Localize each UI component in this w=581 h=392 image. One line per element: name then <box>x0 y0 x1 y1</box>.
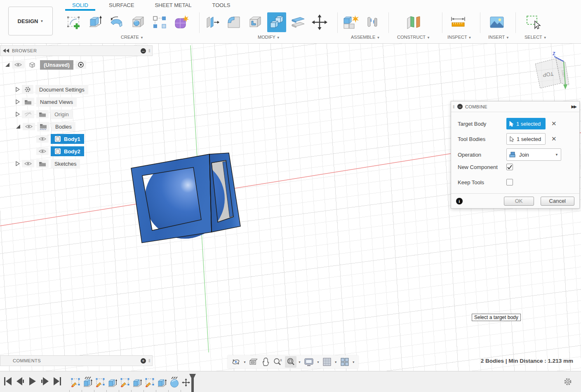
rectangular-pattern-icon[interactable] <box>150 12 169 32</box>
timeline-settings-gear-icon[interactable] <box>564 378 572 387</box>
minimize-dialog-icon[interactable]: – <box>457 104 463 109</box>
timeline-move-feature[interactable] <box>182 377 189 387</box>
tree-item-label[interactable]: Bodies <box>52 122 75 131</box>
combine-dialog-header[interactable]: ‖ – COMBINE ▶▶ <box>451 101 579 112</box>
operation-dropdown[interactable]: Join ▼ <box>506 148 561 161</box>
step-back-button[interactable] <box>16 376 25 388</box>
grid-dropdown-caret[interactable]: ▼ <box>334 361 338 364</box>
measure-icon[interactable] <box>449 12 468 32</box>
timeline-extrude-feature[interactable] <box>82 377 93 387</box>
visibility-eye-icon[interactable] <box>22 160 34 167</box>
grid-snaps-button[interactable] <box>321 356 333 368</box>
extrude-icon[interactable] <box>86 12 105 32</box>
timeline-sketch-feature[interactable] <box>120 377 130 387</box>
tab-tools[interactable]: TOOLS <box>202 0 241 11</box>
split-body-icon[interactable] <box>289 12 308 32</box>
zoom-button[interactable]: ± <box>272 356 284 368</box>
revolve-icon[interactable] <box>107 12 126 32</box>
expand-arrow-icon[interactable] <box>5 62 10 67</box>
tab-surface[interactable]: SURFACE <box>99 0 144 11</box>
timeline-sketch-feature[interactable] <box>95 377 106 387</box>
timeline-sketch-feature[interactable] <box>70 377 81 387</box>
body-item[interactable]: Body2 <box>51 146 84 156</box>
shell-icon[interactable] <box>246 12 265 32</box>
inspect-dropdown[interactable]: INSPECT ▼ <box>447 35 471 40</box>
dialog-grip[interactable]: ‖ <box>453 104 455 109</box>
go-to-start-button[interactable] <box>3 376 12 388</box>
expand-arrow-icon[interactable] <box>16 124 21 129</box>
model-bodies[interactable] <box>131 153 240 243</box>
select-icon[interactable] <box>524 12 543 32</box>
ok-button[interactable]: OK <box>504 197 534 206</box>
display-settings-button[interactable] <box>303 356 315 368</box>
collapsed-arrow-icon[interactable] <box>16 99 20 104</box>
combine-icon[interactable] <box>267 12 286 32</box>
browser-grip[interactable]: ‖ <box>148 48 151 53</box>
go-to-end-button[interactable] <box>53 376 62 388</box>
visibility-eye-icon[interactable] <box>36 135 49 143</box>
timeline-extrude-feature[interactable] <box>157 377 167 387</box>
orbit-dropdown-caret[interactable]: ▼ <box>242 361 247 364</box>
comments-grip[interactable]: ‖ <box>148 358 151 363</box>
keep-tools-checkbox[interactable] <box>506 179 513 185</box>
insert-dropdown[interactable]: INSERT ▼ <box>488 35 509 40</box>
tab-sheet-metal[interactable]: SHEET METAL <box>144 0 202 11</box>
create-form-icon[interactable] <box>172 12 191 32</box>
window-zoom-button[interactable] <box>285 356 296 368</box>
view-cube[interactable]: TOP LEFT Z <box>535 51 569 89</box>
collapsed-arrow-icon[interactable] <box>16 161 20 166</box>
window-zoom-dropdown-caret[interactable]: ▼ <box>297 361 302 364</box>
step-forward-button[interactable] <box>40 376 49 388</box>
viewports-dropdown-caret[interactable]: ▼ <box>351 361 356 364</box>
collapsed-arrow-icon[interactable] <box>16 87 20 92</box>
tree-item-label[interactable]: Origin <box>51 110 73 119</box>
press-pull-icon[interactable] <box>203 12 222 32</box>
modify-dropdown[interactable]: MODIFY ▼ <box>258 35 280 40</box>
timeline-sketch-feature[interactable] <box>144 377 155 387</box>
tab-solid[interactable]: SOLID <box>62 0 99 11</box>
tree-item-label[interactable]: Named Views <box>36 97 77 107</box>
timeline-sphere-feature[interactable] <box>169 377 180 387</box>
collapse-panel-icon[interactable] <box>3 49 9 53</box>
timeline-extrude-feature[interactable] <box>107 377 118 387</box>
clear-target-icon[interactable]: ✕ <box>551 120 557 127</box>
visibility-eye-icon[interactable] <box>23 123 35 130</box>
pan-button[interactable] <box>260 356 271 368</box>
collapsed-arrow-icon[interactable] <box>16 112 20 117</box>
insert-image-icon[interactable] <box>487 12 506 32</box>
clear-tools-icon[interactable]: ✕ <box>551 135 557 143</box>
timeline-extrude-feature[interactable] <box>132 377 143 387</box>
assemble-dropdown[interactable]: ASSEMBLE ▼ <box>351 35 380 40</box>
play-button[interactable] <box>28 376 37 388</box>
tool-bodies-selection-button[interactable]: 1 selected <box>506 133 546 145</box>
component-cube-icon[interactable] <box>26 60 38 69</box>
joint-icon[interactable] <box>363 12 382 32</box>
visibility-eye-icon[interactable] <box>12 61 24 68</box>
add-comment-icon[interactable]: + <box>141 358 146 364</box>
construct-dropdown[interactable]: CONSTRUCT ▼ <box>397 35 430 40</box>
minimize-browser-icon[interactable]: – <box>141 48 146 54</box>
timeline-position-marker[interactable] <box>189 374 196 392</box>
hidden-eye-icon[interactable] <box>22 110 34 118</box>
activate-radio-icon[interactable] <box>75 61 86 69</box>
fillet-icon[interactable] <box>224 12 243 32</box>
construction-plane-icon[interactable] <box>404 12 423 32</box>
new-component-checkbox[interactable] <box>506 164 513 170</box>
viewports-button[interactable] <box>339 356 350 368</box>
visibility-eye-icon[interactable] <box>36 148 49 155</box>
orbit-button[interactable] <box>230 356 242 368</box>
hole-icon[interactable] <box>129 12 148 32</box>
info-icon[interactable]: i <box>456 198 463 204</box>
select-dropdown[interactable]: SELECT ▼ <box>525 35 547 40</box>
display-dropdown-caret[interactable]: ▼ <box>316 361 320 364</box>
tree-item-label[interactable]: Document Settings <box>35 85 88 94</box>
document-name-label[interactable]: (Unsaved) <box>40 60 73 70</box>
design-workspace-button[interactable]: DESIGN ▼ <box>8 7 53 35</box>
cancel-button[interactable]: Cancel <box>541 197 574 206</box>
create-dropdown[interactable]: CREATE ▼ <box>121 35 143 40</box>
create-sketch-icon[interactable] <box>64 12 83 32</box>
tree-item-label[interactable]: Sketches <box>51 159 80 169</box>
dock-dialog-icon[interactable]: ▶▶ <box>572 104 576 109</box>
move-copy-icon[interactable] <box>310 12 329 32</box>
target-body-selection-button[interactable]: 1 selected <box>506 118 546 129</box>
